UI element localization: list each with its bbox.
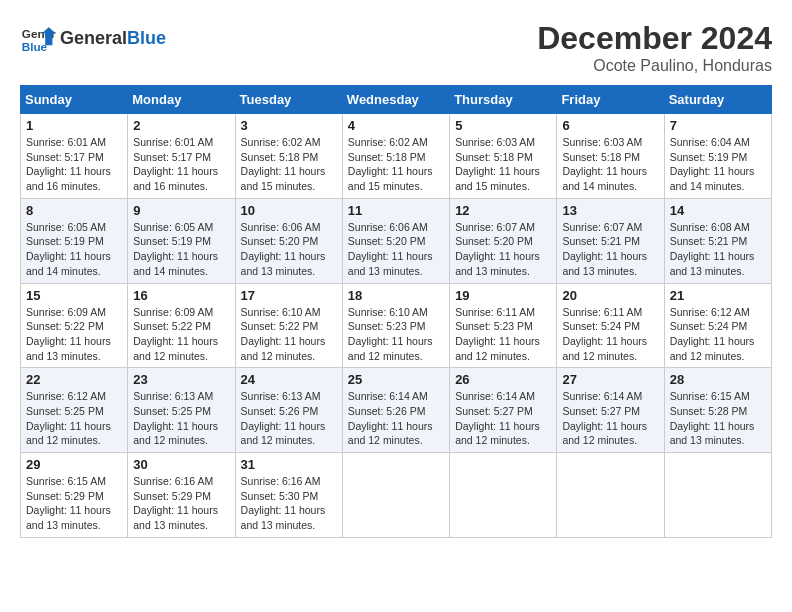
day-info: Sunrise: 6:08 AMSunset: 5:21 PMDaylight:… [670,220,766,279]
calendar-cell: 27Sunrise: 6:14 AMSunset: 5:27 PMDayligh… [557,368,664,453]
calendar-cell: 13Sunrise: 6:07 AMSunset: 5:21 PMDayligh… [557,198,664,283]
day-info: Sunrise: 6:07 AMSunset: 5:21 PMDaylight:… [562,220,658,279]
day-number: 16 [133,288,229,303]
day-number: 25 [348,372,444,387]
day-info: Sunrise: 6:12 AMSunset: 5:24 PMDaylight:… [670,305,766,364]
day-header-tuesday: Tuesday [235,86,342,114]
calendar-cell: 11Sunrise: 6:06 AMSunset: 5:20 PMDayligh… [342,198,449,283]
day-header-monday: Monday [128,86,235,114]
day-number: 2 [133,118,229,133]
calendar-cell: 25Sunrise: 6:14 AMSunset: 5:26 PMDayligh… [342,368,449,453]
main-title: December 2024 [537,20,772,57]
calendar-cell [342,453,449,538]
calendar-cell: 24Sunrise: 6:13 AMSunset: 5:26 PMDayligh… [235,368,342,453]
day-number: 30 [133,457,229,472]
day-number: 22 [26,372,122,387]
day-number: 21 [670,288,766,303]
day-number: 10 [241,203,337,218]
calendar-cell: 5Sunrise: 6:03 AMSunset: 5:18 PMDaylight… [450,114,557,199]
calendar-week-row: 22Sunrise: 6:12 AMSunset: 5:25 PMDayligh… [21,368,772,453]
calendar-cell: 15Sunrise: 6:09 AMSunset: 5:22 PMDayligh… [21,283,128,368]
day-info: Sunrise: 6:02 AMSunset: 5:18 PMDaylight:… [241,135,337,194]
day-number: 24 [241,372,337,387]
day-info: Sunrise: 6:10 AMSunset: 5:22 PMDaylight:… [241,305,337,364]
day-info: Sunrise: 6:11 AMSunset: 5:23 PMDaylight:… [455,305,551,364]
day-number: 1 [26,118,122,133]
day-number: 7 [670,118,766,133]
calendar-week-row: 8Sunrise: 6:05 AMSunset: 5:19 PMDaylight… [21,198,772,283]
day-number: 11 [348,203,444,218]
calendar-cell: 29Sunrise: 6:15 AMSunset: 5:29 PMDayligh… [21,453,128,538]
day-info: Sunrise: 6:05 AMSunset: 5:19 PMDaylight:… [133,220,229,279]
calendar-cell: 20Sunrise: 6:11 AMSunset: 5:24 PMDayligh… [557,283,664,368]
day-number: 20 [562,288,658,303]
day-number: 18 [348,288,444,303]
svg-text:Blue: Blue [22,40,48,53]
calendar-cell: 19Sunrise: 6:11 AMSunset: 5:23 PMDayligh… [450,283,557,368]
day-info: Sunrise: 6:11 AMSunset: 5:24 PMDaylight:… [562,305,658,364]
calendar-cell: 16Sunrise: 6:09 AMSunset: 5:22 PMDayligh… [128,283,235,368]
day-info: Sunrise: 6:16 AMSunset: 5:29 PMDaylight:… [133,474,229,533]
calendar-cell: 12Sunrise: 6:07 AMSunset: 5:20 PMDayligh… [450,198,557,283]
calendar-week-row: 29Sunrise: 6:15 AMSunset: 5:29 PMDayligh… [21,453,772,538]
calendar-cell: 26Sunrise: 6:14 AMSunset: 5:27 PMDayligh… [450,368,557,453]
day-info: Sunrise: 6:06 AMSunset: 5:20 PMDaylight:… [348,220,444,279]
calendar-cell: 3Sunrise: 6:02 AMSunset: 5:18 PMDaylight… [235,114,342,199]
logo-text-general: General [60,28,127,49]
day-info: Sunrise: 6:03 AMSunset: 5:18 PMDaylight:… [455,135,551,194]
calendar-cell: 17Sunrise: 6:10 AMSunset: 5:22 PMDayligh… [235,283,342,368]
day-header-thursday: Thursday [450,86,557,114]
day-number: 23 [133,372,229,387]
day-header-wednesday: Wednesday [342,86,449,114]
day-info: Sunrise: 6:14 AMSunset: 5:27 PMDaylight:… [562,389,658,448]
day-info: Sunrise: 6:14 AMSunset: 5:26 PMDaylight:… [348,389,444,448]
day-info: Sunrise: 6:04 AMSunset: 5:19 PMDaylight:… [670,135,766,194]
day-number: 12 [455,203,551,218]
day-info: Sunrise: 6:16 AMSunset: 5:30 PMDaylight:… [241,474,337,533]
day-number: 3 [241,118,337,133]
day-info: Sunrise: 6:09 AMSunset: 5:22 PMDaylight:… [133,305,229,364]
calendar-week-row: 1Sunrise: 6:01 AMSunset: 5:17 PMDaylight… [21,114,772,199]
title-area: December 2024 Ocote Paulino, Honduras [537,20,772,75]
day-header-friday: Friday [557,86,664,114]
day-number: 9 [133,203,229,218]
subtitle: Ocote Paulino, Honduras [537,57,772,75]
calendar-header-row: SundayMondayTuesdayWednesdayThursdayFrid… [21,86,772,114]
day-info: Sunrise: 6:05 AMSunset: 5:19 PMDaylight:… [26,220,122,279]
calendar-cell: 30Sunrise: 6:16 AMSunset: 5:29 PMDayligh… [128,453,235,538]
calendar-cell: 23Sunrise: 6:13 AMSunset: 5:25 PMDayligh… [128,368,235,453]
logo: General Blue General Blue [20,20,166,56]
logo-text-blue: Blue [127,28,166,49]
calendar-cell: 7Sunrise: 6:04 AMSunset: 5:19 PMDaylight… [664,114,771,199]
day-info: Sunrise: 6:13 AMSunset: 5:26 PMDaylight:… [241,389,337,448]
day-info: Sunrise: 6:01 AMSunset: 5:17 PMDaylight:… [133,135,229,194]
calendar-week-row: 15Sunrise: 6:09 AMSunset: 5:22 PMDayligh… [21,283,772,368]
day-number: 8 [26,203,122,218]
day-number: 4 [348,118,444,133]
day-header-sunday: Sunday [21,86,128,114]
calendar-cell: 18Sunrise: 6:10 AMSunset: 5:23 PMDayligh… [342,283,449,368]
calendar: SundayMondayTuesdayWednesdayThursdayFrid… [20,85,772,538]
day-info: Sunrise: 6:06 AMSunset: 5:20 PMDaylight:… [241,220,337,279]
day-info: Sunrise: 6:14 AMSunset: 5:27 PMDaylight:… [455,389,551,448]
day-number: 13 [562,203,658,218]
header: General Blue General Blue December 2024 … [20,20,772,75]
day-number: 14 [670,203,766,218]
calendar-cell: 4Sunrise: 6:02 AMSunset: 5:18 PMDaylight… [342,114,449,199]
calendar-cell [450,453,557,538]
day-info: Sunrise: 6:13 AMSunset: 5:25 PMDaylight:… [133,389,229,448]
day-number: 5 [455,118,551,133]
day-info: Sunrise: 6:10 AMSunset: 5:23 PMDaylight:… [348,305,444,364]
day-number: 31 [241,457,337,472]
day-info: Sunrise: 6:07 AMSunset: 5:20 PMDaylight:… [455,220,551,279]
calendar-cell: 2Sunrise: 6:01 AMSunset: 5:17 PMDaylight… [128,114,235,199]
day-info: Sunrise: 6:03 AMSunset: 5:18 PMDaylight:… [562,135,658,194]
calendar-cell: 9Sunrise: 6:05 AMSunset: 5:19 PMDaylight… [128,198,235,283]
calendar-cell: 21Sunrise: 6:12 AMSunset: 5:24 PMDayligh… [664,283,771,368]
day-info: Sunrise: 6:15 AMSunset: 5:29 PMDaylight:… [26,474,122,533]
calendar-cell: 10Sunrise: 6:06 AMSunset: 5:20 PMDayligh… [235,198,342,283]
day-number: 26 [455,372,551,387]
day-number: 19 [455,288,551,303]
day-info: Sunrise: 6:12 AMSunset: 5:25 PMDaylight:… [26,389,122,448]
calendar-cell: 31Sunrise: 6:16 AMSunset: 5:30 PMDayligh… [235,453,342,538]
